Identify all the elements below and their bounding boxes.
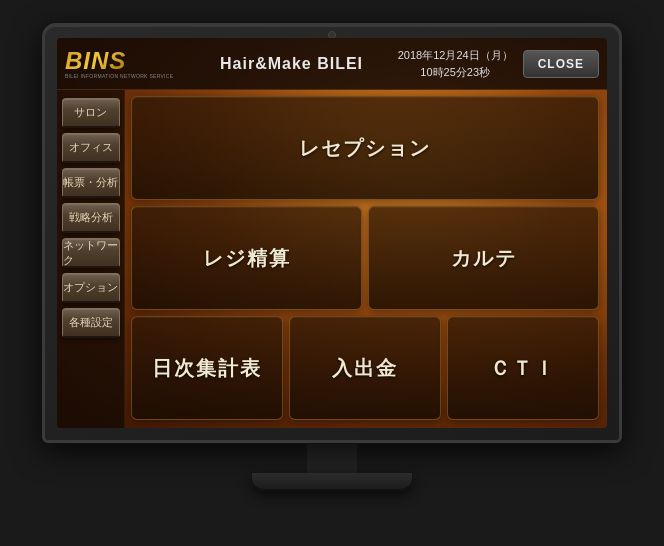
sidebar-item-reports[interactable]: 帳票・分析 — [62, 168, 120, 198]
main-grid: レセプション レジ精算 カルテ 日次集計表 — [131, 96, 599, 420]
date-line1: 2018年12月24日（月） — [398, 47, 513, 64]
cti-button[interactable]: ＣＴＩ — [447, 316, 599, 420]
sidebar-item-office[interactable]: オフィス — [62, 133, 120, 163]
date-line2: 10時25分23秒 — [398, 64, 513, 81]
grid-row-2: レジ精算 カルテ — [131, 206, 599, 310]
daily-summary-button[interactable]: 日次集計表 — [131, 316, 283, 420]
grid-row-1: レセプション — [131, 96, 599, 200]
sidebar-item-network[interactable]: ネットワーク — [62, 238, 120, 268]
sidebar-item-settings[interactable]: 各種設定 — [62, 308, 120, 338]
reception-button[interactable]: レセプション — [131, 96, 599, 200]
monitor-wrapper: BINS BILEI INFORMATION NETWORK SERVICE H… — [42, 23, 622, 523]
close-button[interactable]: CLOSE — [523, 50, 599, 78]
register-button[interactable]: レジ精算 — [131, 206, 362, 310]
sidebar-item-options[interactable]: オプション — [62, 273, 120, 303]
monitor-neck — [307, 443, 357, 473]
logo-area: BINS BILEI INFORMATION NETWORK SERVICE — [65, 49, 173, 79]
logo-bins: BINS — [65, 49, 126, 73]
screen-content: BINS BILEI INFORMATION NETWORK SERVICE H… — [57, 38, 607, 428]
grid-row-3: 日次集計表 入出金 ＣＴＩ — [131, 316, 599, 420]
screen: BINS BILEI INFORMATION NETWORK SERVICE H… — [57, 38, 607, 428]
monitor-body: BINS BILEI INFORMATION NETWORK SERVICE H… — [42, 23, 622, 443]
logo-sub: BILEI INFORMATION NETWORK SERVICE — [65, 74, 173, 79]
cash-inout-button[interactable]: 入出金 — [289, 316, 441, 420]
monitor-base — [252, 473, 412, 491]
sidebar-item-strategy[interactable]: 戦略分析 — [62, 203, 120, 233]
header-bar: BINS BILEI INFORMATION NETWORK SERVICE H… — [57, 38, 607, 90]
datetime-area: 2018年12月24日（月） 10時25分23秒 — [398, 47, 513, 80]
chart-button[interactable]: カルテ — [368, 206, 599, 310]
sidebar: サロン オフィス 帳票・分析 戦略分析 ネットワーク オプシ — [57, 90, 125, 428]
sidebar-item-salon[interactable]: サロン — [62, 98, 120, 128]
app-title: Hair&Make BILEI — [185, 55, 397, 73]
